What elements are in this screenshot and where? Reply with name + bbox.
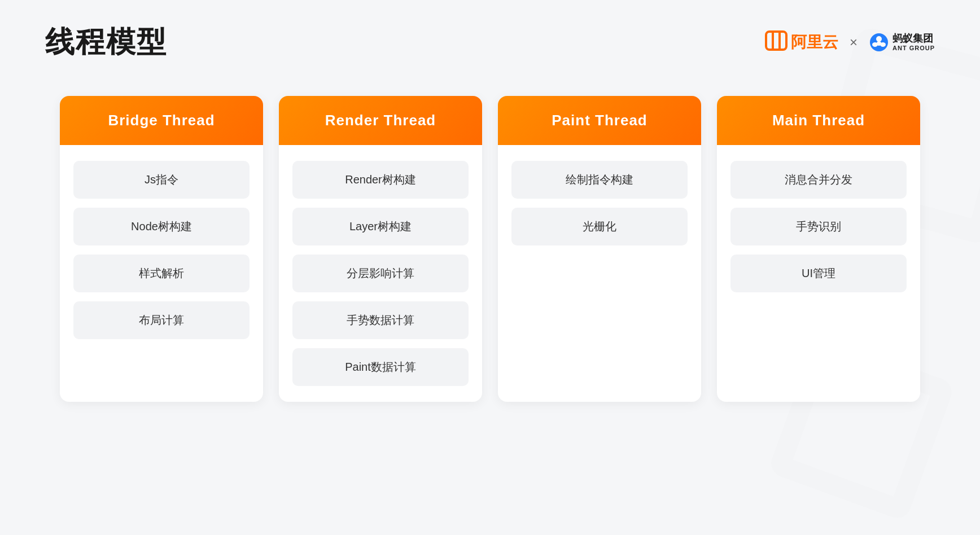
antgroup-logo: 蚂蚁集团 ANT GROUP xyxy=(869,32,935,52)
header: 线程模型 阿里云 × xyxy=(0,0,980,73)
aliyun-bracket-icon xyxy=(765,30,788,55)
thread-item-render-1: Layer树构建 xyxy=(292,208,469,245)
thread-item-main-0: 消息合并分发 xyxy=(730,161,907,199)
page-title: 线程模型 xyxy=(45,23,167,62)
thread-body-main: 消息合并分发手势识别UI管理 xyxy=(717,145,920,308)
thread-header-paint: Paint Thread xyxy=(498,96,701,145)
thread-item-render-3: 手势数据计算 xyxy=(292,301,469,339)
svg-rect-0 xyxy=(766,32,786,50)
svg-point-7 xyxy=(877,41,881,46)
thread-card-main: Main Thread消息合并分发手势识别UI管理 xyxy=(717,96,920,402)
logo-separator: × xyxy=(850,34,858,50)
thread-title-render: Render Thread xyxy=(292,112,469,129)
thread-body-render: Render树构建Layer树构建分层影响计算手势数据计算Paint数据计算 xyxy=(279,145,482,402)
thread-cards-container: Bridge ThreadJs指令Node树构建样式解析布局计算Render T… xyxy=(0,73,980,424)
thread-body-paint: 绘制指令构建光栅化 xyxy=(498,145,701,261)
antgroup-cn-label: 蚂蚁集团 xyxy=(893,33,935,45)
thread-card-render: Render ThreadRender树构建Layer树构建分层影响计算手势数据… xyxy=(279,96,482,402)
thread-item-main-1: 手势识别 xyxy=(730,208,907,245)
thread-header-bridge: Bridge Thread xyxy=(60,96,263,145)
antgroup-icon xyxy=(869,32,889,52)
thread-item-bridge-2: 样式解析 xyxy=(73,255,250,292)
thread-header-render: Render Thread xyxy=(279,96,482,145)
thread-title-bridge: Bridge Thread xyxy=(73,112,250,129)
thread-item-render-0: Render树构建 xyxy=(292,161,469,199)
thread-item-render-4: Paint数据计算 xyxy=(292,348,469,386)
thread-title-paint: Paint Thread xyxy=(511,112,688,129)
thread-item-bridge-3: 布局计算 xyxy=(73,301,250,339)
aliyun-logo: 阿里云 xyxy=(765,30,838,55)
thread-card-bridge: Bridge ThreadJs指令Node树构建样式解析布局计算 xyxy=(60,96,263,402)
thread-card-paint: Paint Thread绘制指令构建光栅化 xyxy=(498,96,701,402)
antgroup-en-label: ANT GROUP xyxy=(893,45,935,51)
thread-item-render-2: 分层影响计算 xyxy=(292,255,469,292)
thread-item-bridge-0: Js指令 xyxy=(73,161,250,199)
thread-header-main: Main Thread xyxy=(717,96,920,145)
aliyun-text: 阿里云 xyxy=(791,32,838,53)
thread-item-main-2: UI管理 xyxy=(730,255,907,292)
thread-item-paint-1: 光栅化 xyxy=(511,208,688,245)
svg-point-4 xyxy=(876,36,882,42)
thread-item-bridge-1: Node树构建 xyxy=(73,208,250,245)
thread-title-main: Main Thread xyxy=(730,112,907,129)
logo-area: 阿里云 × 蚂蚁集团 ANT GROUP xyxy=(765,30,935,55)
thread-body-bridge: Js指令Node树构建样式解析布局计算 xyxy=(60,145,263,355)
antgroup-text-block: 蚂蚁集团 ANT GROUP xyxy=(893,33,935,51)
thread-item-paint-0: 绘制指令构建 xyxy=(511,161,688,199)
